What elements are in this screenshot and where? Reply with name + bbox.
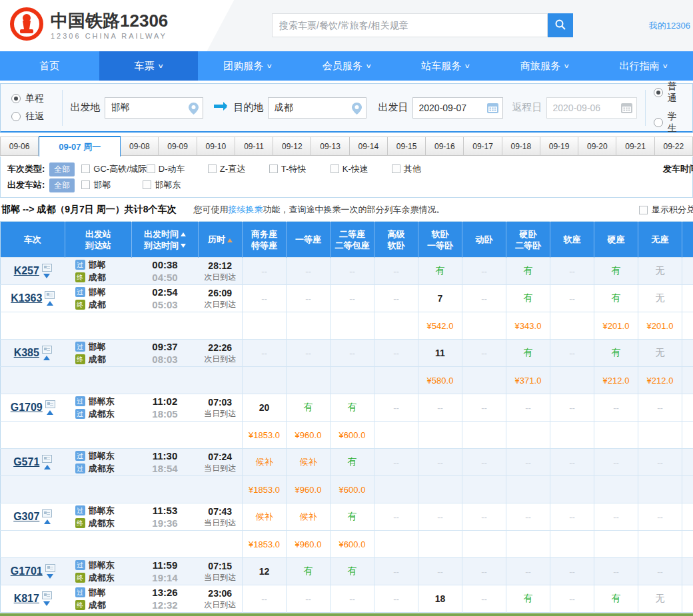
train-number-link[interactable]: K1363: [11, 292, 42, 304]
date-tab[interactable]: 09-15: [388, 137, 426, 156]
expand-toggle-icon[interactable]: [47, 301, 53, 306]
sliver-cell: [682, 394, 693, 422]
transfer-link[interactable]: 接续换乘: [229, 204, 263, 214]
location-pin-icon[interactable]: [189, 103, 199, 117]
filter-option[interactable]: 邯郸: [81, 179, 143, 191]
filter-option[interactable]: 其他: [392, 163, 453, 175]
filter-option[interactable]: GC-高铁/城际: [81, 163, 146, 175]
arrive-time: 04:50: [132, 271, 199, 284]
date-tab[interactable]: 09-13: [311, 137, 349, 156]
expand-toggle-icon[interactable]: [47, 574, 53, 579]
date-tab[interactable]: 09-20: [578, 137, 616, 156]
date-tab[interactable]: 09-09: [159, 137, 197, 156]
date-tab[interactable]: 09-21: [616, 137, 654, 156]
expand-toggle-icon[interactable]: [47, 410, 53, 415]
nav-item[interactable]: 出行指南∨: [594, 51, 693, 81]
checkbox-icon[interactable]: [639, 206, 648, 214]
depart-date-field[interactable]: [412, 97, 503, 119]
checkbox-icon[interactable]: [331, 164, 339, 173]
radio-icon[interactable]: [654, 118, 663, 127]
to-station: 成都: [89, 272, 106, 284]
from-field[interactable]: [105, 97, 203, 119]
nav-item[interactable]: 站车服务∨: [396, 51, 495, 81]
timetable-icon[interactable]: [42, 346, 52, 354]
sort-down-icon[interactable]: [181, 244, 186, 248]
timetable-icon[interactable]: [42, 509, 52, 517]
expand-toggle-icon[interactable]: [44, 519, 51, 524]
checkbox-icon[interactable]: [392, 164, 400, 173]
column-header[interactable]: 历时: [199, 222, 243, 258]
price-cell: [462, 367, 506, 394]
date-tab[interactable]: 09-12: [273, 137, 311, 156]
seat-availability-cell: 有: [506, 285, 550, 312]
nav-item[interactable]: 首页: [0, 51, 99, 81]
filter-option[interactable]: K-快速: [331, 163, 392, 175]
expand-toggle-icon[interactable]: [43, 274, 50, 278]
nav-item[interactable]: 团购服务∨: [198, 51, 297, 81]
filter-option[interactable]: Z-直达: [208, 163, 269, 175]
trip-type-roundtrip[interactable]: 往返: [11, 111, 54, 123]
filter-option[interactable]: 邯郸东: [143, 179, 204, 191]
passenger-type-student[interactable]: 学生: [654, 111, 680, 135]
date-tab[interactable]: 09-07 周一: [39, 136, 121, 156]
train-number-link[interactable]: G307: [13, 511, 39, 523]
radio-icon[interactable]: [11, 112, 21, 121]
checkbox-icon[interactable]: [208, 164, 217, 173]
timetable-icon[interactable]: [42, 455, 52, 463]
depart-station-all-badge[interactable]: 全部: [49, 178, 75, 192]
seat-availability-cell: --: [374, 258, 418, 285]
sort-up-icon[interactable]: [227, 238, 233, 242]
search-button[interactable]: [548, 13, 573, 37]
date-tab[interactable]: 09-14: [350, 137, 388, 156]
swap-stations-icon[interactable]: [210, 101, 227, 115]
checkbox-icon[interactable]: [81, 180, 90, 189]
column-header[interactable]: 出发时间到达时间: [132, 222, 199, 258]
timetable-icon[interactable]: [45, 291, 55, 299]
date-tab[interactable]: 09-11: [235, 137, 273, 156]
train-number-link[interactable]: G1709: [11, 402, 43, 414]
calendar-icon[interactable]: [487, 103, 498, 116]
date-tab[interactable]: 09-16: [426, 137, 464, 156]
date-tab[interactable]: 09-06: [0, 137, 39, 156]
filter-option[interactable]: D-动车: [147, 163, 208, 175]
timetable-icon[interactable]: [45, 564, 55, 572]
checkbox-icon[interactable]: [147, 164, 155, 173]
search-input[interactable]: [272, 13, 548, 37]
radio-icon[interactable]: [11, 94, 21, 103]
train-type-all-badge[interactable]: 全部: [49, 162, 75, 176]
trip-type-oneway[interactable]: 单程: [11, 93, 54, 105]
date-tab[interactable]: 09-17: [464, 137, 502, 156]
train-number-link[interactable]: K257: [14, 265, 39, 277]
nav-item[interactable]: 车票∨: [99, 51, 199, 81]
train-number-link[interactable]: K385: [14, 347, 39, 359]
timetable-icon[interactable]: [42, 591, 52, 599]
date-tab[interactable]: 09-10: [197, 137, 235, 156]
nav-item[interactable]: 商旅服务∨: [495, 51, 594, 81]
filter-option[interactable]: T-特快: [269, 163, 331, 175]
points-redeem-toggle[interactable]: 显示积分兑换: [639, 204, 693, 216]
my-12306-link[interactable]: 我的12306: [649, 20, 690, 32]
nav-item[interactable]: 会员服务∨: [297, 51, 396, 81]
radio-icon[interactable]: [654, 88, 663, 97]
train-number-link[interactable]: G571: [13, 456, 39, 468]
date-tab[interactable]: 09-22: [655, 137, 693, 156]
passenger-type-normal[interactable]: 普通: [654, 81, 680, 105]
to-field[interactable]: [268, 97, 366, 119]
checkbox-icon[interactable]: [143, 180, 151, 189]
timetable-icon[interactable]: [45, 400, 55, 408]
expand-toggle-icon[interactable]: [43, 356, 50, 360]
to-station: 成都东: [89, 463, 115, 475]
location-pin-icon[interactable]: [352, 103, 362, 117]
date-tab[interactable]: 09-19: [540, 137, 578, 156]
train-number-link[interactable]: K817: [14, 593, 39, 605]
logo[interactable]: 中国铁路12306 12306 CHINA RAILWAY: [9, 7, 168, 44]
date-tab[interactable]: 09-18: [502, 137, 540, 156]
expand-toggle-icon[interactable]: [43, 601, 50, 606]
checkbox-icon[interactable]: [269, 164, 278, 173]
date-tab[interactable]: 09-08: [121, 137, 159, 156]
expand-toggle-icon[interactable]: [44, 465, 51, 469]
sort-up-icon[interactable]: [181, 232, 186, 236]
train-number-link[interactable]: G1701: [11, 565, 43, 577]
checkbox-icon[interactable]: [81, 164, 90, 173]
timetable-icon[interactable]: [42, 264, 52, 272]
